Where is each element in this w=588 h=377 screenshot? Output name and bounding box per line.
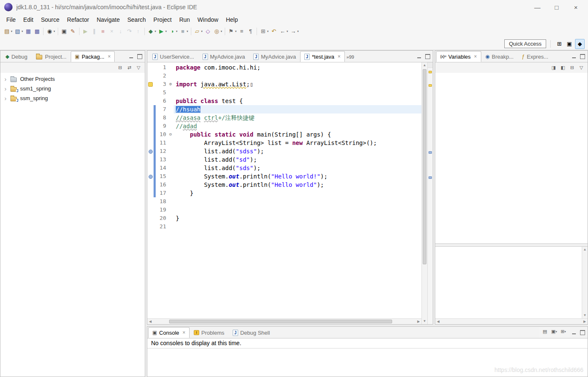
toolbar-forward-button[interactable]: →▾ [289, 26, 300, 36]
toolbar-coverage-button[interactable]: ◑▾ [168, 26, 179, 36]
toolbar-save-all-button[interactable]: ▩ [33, 26, 41, 36]
minimize-window-button[interactable]: — [534, 4, 541, 11]
toolbar-save-button[interactable]: ▦ [24, 26, 33, 36]
warning-annotation-mark[interactable] [429, 84, 432, 87]
scroll-track[interactable] [422, 68, 427, 318]
line-number[interactable]: 19 [156, 206, 167, 214]
toolbar-open-type-button[interactable]: ◇ [203, 26, 212, 36]
scroll-left-icon[interactable]: ◀ [147, 320, 153, 323]
line-number[interactable]: 18 [156, 197, 167, 206]
code-text[interactable]: public class test { [174, 97, 421, 105]
toolbar-stop-button[interactable]: ■▾ [178, 26, 189, 36]
menu-item-search[interactable]: Search [123, 15, 149, 24]
scroll-up-icon[interactable]: ▲ [422, 62, 427, 68]
console-tab-debug-shell[interactable]: JDebug Shell [229, 327, 274, 338]
toolbar-user-account-button[interactable]: ◉▾ [45, 26, 56, 36]
info-annotation-mark[interactable] [429, 176, 432, 179]
code-text[interactable]: list.add("sds"); [174, 164, 421, 172]
menu-item-navigate[interactable]: Navigate [93, 15, 123, 24]
code-text[interactable]: list.add("sdss"); [174, 147, 421, 155]
open-perspective-button[interactable]: ⊞ [555, 39, 564, 49]
console-output-area[interactable]: https://blog.csdn.net/rothschild666 [147, 349, 588, 377]
line-number[interactable]: 15 [156, 172, 167, 181]
toolbar-new-java-project-button[interactable]: ▧▾ [13, 26, 24, 36]
code-line-18[interactable]: 18 [147, 197, 421, 206]
menu-item-project[interactable]: Project [150, 15, 176, 24]
line-number[interactable]: 7 [156, 105, 167, 114]
line-number[interactable]: 21 [156, 222, 167, 231]
editor-tab-myadvice-java[interactable]: JMyAdvice.java [198, 51, 249, 62]
code-text[interactable] [174, 197, 421, 206]
line-number[interactable]: 3 [156, 80, 167, 88]
scroll-track[interactable] [582, 253, 588, 312]
java-ee-perspective-button[interactable]: ▣ [565, 39, 574, 49]
maximize-view-button[interactable] [579, 329, 585, 336]
code-line-21[interactable]: 21 [147, 222, 421, 231]
display-selected-console-icon[interactable]: ▣▾ [550, 328, 558, 336]
scroll-right-icon[interactable]: ▶ [582, 320, 588, 323]
tree-item-ssm-spring[interactable]: ›Jssm_spring [0, 93, 145, 103]
menu-item-refactor[interactable]: Refactor [63, 15, 93, 24]
line-number[interactable]: 20 [156, 214, 167, 222]
variables-tree-area[interactable] [435, 73, 588, 244]
editor-tab-myadvice-java[interactable]: JMyAdvice.java [249, 51, 300, 62]
toolbar-show-whitespace-button[interactable]: ¶ [246, 26, 255, 36]
close-window-button[interactable]: × [572, 4, 580, 11]
right-tab-breakp[interactable]: ◉Breakp... [481, 51, 518, 62]
code-text[interactable]: } [174, 214, 421, 222]
maximize-window-button[interactable]: □ [553, 4, 560, 11]
view-menu-icon[interactable]: ▽ [135, 64, 142, 72]
code-text[interactable] [174, 222, 421, 231]
code-line-15[interactable]: 15 System.out.println("Hello world!"); [147, 172, 421, 181]
close-icon[interactable]: × [182, 330, 185, 336]
fold-expanded-icon[interactable]: ⊖ [167, 130, 174, 139]
detail-horizontal-scrollbar[interactable]: ◀ ▶ [435, 318, 588, 324]
close-icon[interactable]: × [108, 54, 110, 59]
quick-access-box[interactable]: Quick Access [504, 39, 546, 48]
minimize-view-button[interactable] [416, 53, 423, 59]
scroll-right-icon[interactable]: ▶ [416, 320, 421, 323]
line-number[interactable]: 16 [156, 181, 167, 189]
line-number[interactable]: 13 [156, 155, 167, 164]
code-text[interactable]: System.out.println("Hello world!"); [174, 172, 421, 181]
code-line-19[interactable]: 19 [147, 206, 421, 214]
toolbar-search-button[interactable]: ◎▾ [212, 26, 223, 36]
menu-item-source[interactable]: Source [37, 15, 63, 24]
menu-item-run[interactable]: Run [175, 15, 194, 24]
line-number[interactable]: 2 [156, 72, 167, 80]
code-line-3[interactable]: 3⊕import java.awt.List;▯ [147, 80, 421, 88]
code-line-1[interactable]: 1package com.imooc.hi.hi; [147, 63, 421, 72]
code-line-20[interactable]: 20} [147, 214, 421, 222]
line-number[interactable]: 12 [156, 147, 167, 155]
line-number[interactable]: 8 [156, 114, 167, 122]
menu-item-file[interactable]: File [3, 15, 20, 24]
toolbar-back-button[interactable]: ←▾ [278, 26, 289, 36]
detail-text-area[interactable] [435, 247, 582, 318]
toolbar-last-edit-location-button[interactable]: ↶ [270, 26, 278, 36]
collapse-all-icon[interactable]: ⊟ [116, 64, 124, 72]
collapse-all-icon[interactable]: ⊟ [568, 64, 576, 72]
code-line-17[interactable]: 17 } [147, 189, 421, 197]
scroll-up-icon[interactable]: ▲ [582, 247, 588, 253]
toolbar-external-tools-button[interactable]: ⚑▾ [227, 26, 238, 36]
code-line-2[interactable]: 2 [147, 72, 421, 80]
left-tab-debug[interactable]: ◆Debug [1, 51, 32, 62]
code-line-8[interactable]: 8//asasa ctrl+/注释快捷键 [147, 114, 421, 122]
code-text[interactable] [174, 72, 421, 80]
show-type-names-icon[interactable]: ◨ [550, 64, 557, 72]
code-line-13[interactable]: 13 list.add("sd"); [147, 155, 421, 164]
toolbar-mark-occurrences-button[interactable]: ≡ [237, 26, 246, 36]
toolbar-new-button[interactable]: ▤▾ [3, 26, 13, 36]
code-text[interactable]: System.out.println("Hello world"); [174, 181, 421, 189]
overview-ruler[interactable] [427, 62, 433, 324]
code-line-7[interactable]: 7//hsuah [147, 105, 421, 114]
view-menu-icon[interactable]: ▽ [578, 64, 585, 72]
toolbar-open-console-button[interactable]: ▣ [60, 26, 69, 36]
chevron-right-icon[interactable]: › [3, 95, 8, 102]
scroll-thumb[interactable] [423, 69, 426, 264]
scroll-track[interactable] [441, 319, 582, 324]
link-with-editor-icon[interactable]: ⇄ [126, 64, 133, 72]
maximize-view-button[interactable] [136, 53, 143, 59]
scroll-left-icon[interactable]: ◀ [435, 320, 441, 323]
scroll-down-icon[interactable]: ▼ [422, 318, 427, 324]
